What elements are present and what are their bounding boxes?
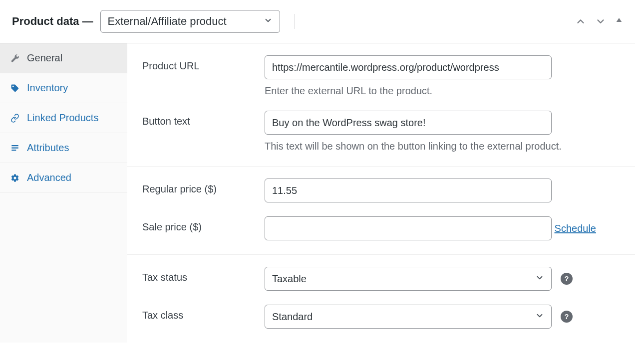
tax-status-value: Taxable [272, 273, 307, 285]
row-button-text: Button text This text will be shown on t… [142, 111, 620, 152]
regular-price-input[interactable] [265, 179, 552, 202]
panel-handles [575, 16, 623, 27]
section-tax: Tax status Taxable ? [127, 255, 635, 343]
gear-icon [10, 173, 20, 183]
chevron-down-icon[interactable] [595, 16, 606, 27]
label-regular-price: Regular price ($) [142, 179, 265, 195]
tab-label: General [27, 52, 62, 64]
label-tax-class: Tax class [142, 305, 265, 321]
tab-label: Advanced [27, 172, 71, 183]
tax-status-select[interactable]: Taxable [265, 267, 552, 291]
tab-label: Inventory [27, 82, 68, 94]
link-icon [10, 113, 20, 123]
tab-linked-products[interactable]: Linked Products [0, 103, 127, 133]
help-button-text: This text will be shown on the button li… [265, 141, 620, 152]
chevron-down-icon [264, 15, 273, 28]
label-product-url: Product URL [142, 55, 265, 72]
tab-inventory[interactable]: Inventory [0, 73, 127, 103]
label-sale-price: Sale price ($) [142, 216, 265, 233]
button-text-input[interactable] [265, 111, 552, 135]
panel-content: Product URL Enter the external URL to th… [127, 43, 635, 343]
wrench-icon [10, 53, 20, 63]
help-product-url: Enter the external URL to the product. [265, 85, 620, 97]
tab-label: Attributes [27, 142, 69, 154]
row-product-url: Product URL Enter the external URL to th… [142, 55, 620, 97]
tax-class-value: Standard [272, 311, 313, 323]
chevron-down-icon [535, 273, 544, 285]
label-tax-status: Tax status [142, 267, 265, 283]
schedule-link[interactable]: Schedule [555, 223, 596, 234]
panel-header: Product data — External/Affiliate produc… [0, 0, 635, 43]
svg-rect-2 [11, 150, 16, 151]
row-tax-class: Tax class Standard ? [142, 305, 620, 329]
divider [294, 14, 295, 29]
row-sale-price: Sale price ($) Schedule [142, 216, 620, 240]
svg-rect-0 [11, 145, 18, 146]
product-type-selected: External/Affiliate product [108, 15, 227, 28]
triangle-up-icon[interactable] [615, 16, 623, 27]
tax-class-select[interactable]: Standard [265, 305, 552, 329]
product-data-panel: Product data — External/Affiliate produc… [0, 0, 635, 343]
panel-body: General Inventory Linked Products Attrib… [0, 43, 635, 343]
svg-rect-1 [11, 147, 18, 148]
chevron-down-icon [535, 311, 544, 323]
product-data-tabs: General Inventory Linked Products Attrib… [0, 43, 127, 343]
list-icon [10, 143, 20, 153]
product-type-select[interactable]: External/Affiliate product [100, 10, 280, 33]
tab-attributes[interactable]: Attributes [0, 133, 127, 163]
row-regular-price: Regular price ($) [142, 179, 620, 202]
help-icon[interactable]: ? [561, 311, 573, 323]
label-button-text: Button text [142, 111, 265, 127]
row-tax-status: Tax status Taxable ? [142, 267, 620, 291]
panel-title: Product data — [12, 15, 93, 28]
tab-general[interactable]: General [0, 43, 127, 73]
tag-icon [10, 83, 20, 93]
tab-advanced[interactable]: Advanced [0, 163, 127, 193]
help-icon[interactable]: ? [561, 273, 573, 285]
section-external: Product URL Enter the external URL to th… [127, 43, 635, 167]
tab-label: Linked Products [27, 112, 98, 124]
chevron-up-icon[interactable] [575, 16, 586, 27]
product-url-input[interactable] [265, 55, 552, 79]
section-pricing: Regular price ($) Sale price ($) Schedul… [127, 167, 635, 255]
sale-price-input[interactable] [265, 216, 552, 240]
